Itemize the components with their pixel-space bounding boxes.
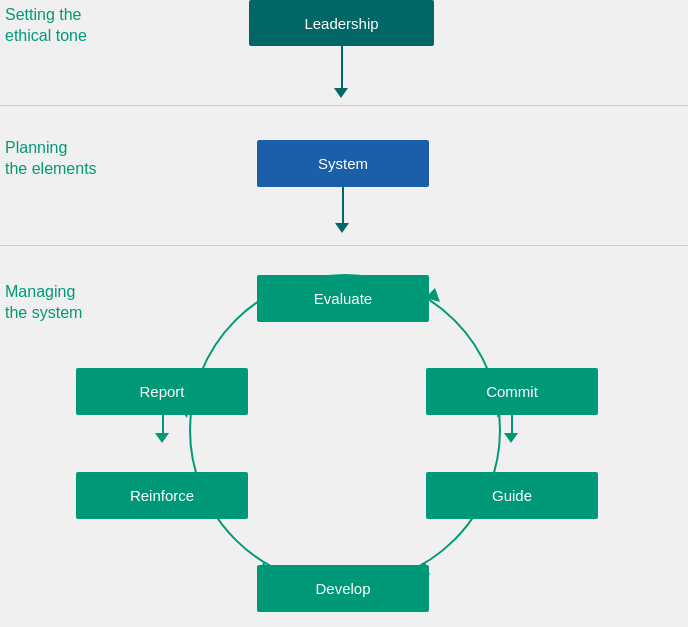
arrow-report-reinforce: [155, 433, 169, 443]
leadership-box: Leadership: [249, 0, 434, 46]
divider-2: [0, 245, 688, 246]
commit-box: Commit: [426, 368, 598, 415]
arrow-report-reinforce-line: [162, 415, 164, 435]
svg-marker-1: [425, 288, 440, 302]
diagram-container: Setting the ethical tone Planning the el…: [0, 0, 688, 627]
report-box: Report: [76, 368, 248, 415]
system-box: System: [257, 140, 429, 187]
svg-point-0: [190, 275, 500, 585]
develop-box: Develop: [257, 565, 429, 612]
arrow-commit-guide: [504, 433, 518, 443]
reinforce-box: Reinforce: [76, 472, 248, 519]
guide-box: Guide: [426, 472, 598, 519]
divider-1: [0, 105, 688, 106]
label-managing: Managing the system: [5, 282, 82, 324]
arrow-commit-guide-line: [511, 415, 513, 435]
label-planning: Planning the elements: [5, 138, 97, 180]
arrow-2: [335, 223, 349, 233]
label-setting-tone: Setting the ethical tone: [5, 5, 87, 47]
arrow-line-1: [341, 46, 343, 94]
arrow-1: [334, 88, 348, 98]
